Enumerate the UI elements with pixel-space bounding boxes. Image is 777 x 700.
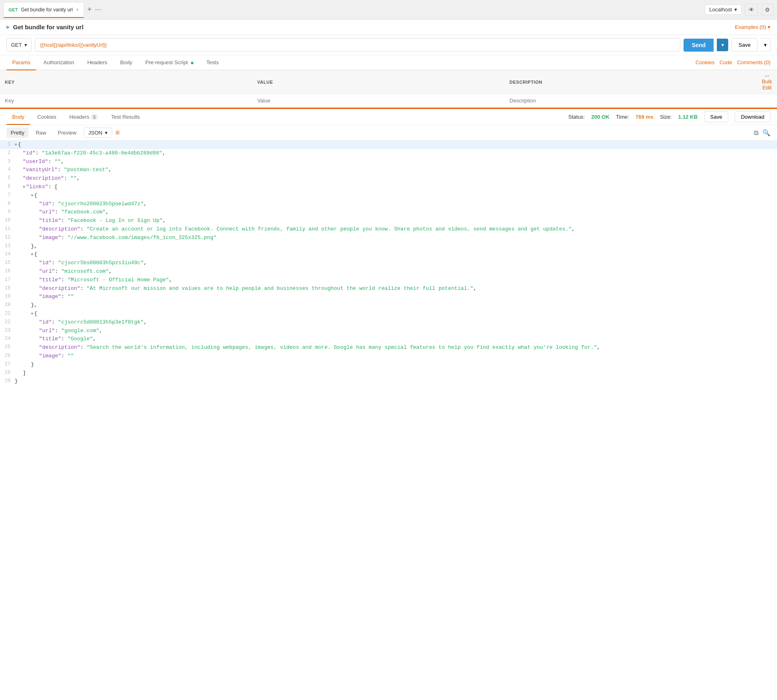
- settings-icon-button[interactable]: ⚙: [761, 4, 774, 16]
- key-input[interactable]: [5, 98, 247, 104]
- value-input[interactable]: [257, 98, 500, 104]
- send-dropdown-button[interactable]: ▾: [717, 39, 728, 51]
- json-line: 13 },: [0, 242, 777, 251]
- request-tab[interactable]: GET Get bundle for vanity url ×: [3, 2, 84, 17]
- json-line: 6 ▼"links": [: [0, 183, 777, 191]
- cookies-link[interactable]: Cookies: [696, 59, 715, 65]
- collapse-icon[interactable]: ▼: [31, 252, 33, 257]
- copy-icon-button[interactable]: ⧉: [754, 129, 758, 137]
- tab-prerequest[interactable]: Pre-request Script: [139, 55, 199, 70]
- save-response-button[interactable]: Save: [704, 111, 729, 122]
- size-label: Size:: [660, 114, 672, 120]
- params-table: KEY VALUE DESCRIPTION ··· Bulk Edit: [0, 70, 777, 107]
- description-column-header: DESCRIPTION: [505, 70, 757, 94]
- chevron-down-icon: ▾: [105, 130, 108, 136]
- json-line: 18 "description": "At Microsoft our miss…: [0, 285, 777, 293]
- json-format-selector[interactable]: JSON ▾: [84, 128, 112, 138]
- json-line: 10 "title": "Facebook - Log In or Sign U…: [0, 217, 777, 225]
- method-badge: GET: [9, 7, 18, 12]
- resp-tab-cookies[interactable]: Cookies: [32, 110, 62, 125]
- response-status-bar: Status: 200 OK Time: 769 ms Size: 1.12 K…: [562, 109, 777, 125]
- tab-params[interactable]: Params: [7, 55, 36, 70]
- param-row-empty: [0, 94, 777, 107]
- resp-tab-testresults[interactable]: Test Results: [105, 110, 145, 125]
- examples-label: Examples (0): [735, 24, 766, 30]
- collapse-icon[interactable]: ▼: [31, 193, 33, 198]
- bulk-edit-button[interactable]: Bulk Edit: [762, 78, 772, 91]
- json-line: 7 ▼{: [0, 191, 777, 200]
- json-line: 21 ▼{: [0, 310, 777, 318]
- environment-selector[interactable]: Localhost ▾: [705, 4, 742, 15]
- examples-link[interactable]: Examples (0) ▾: [735, 24, 770, 30]
- json-line: 1 ▼{: [0, 141, 777, 149]
- format-preview-tab[interactable]: Preview: [54, 128, 80, 138]
- request-name-label: Get bundle for vanity url: [13, 24, 83, 30]
- method-label: GET: [11, 42, 22, 48]
- tab-headers[interactable]: Headers: [82, 55, 113, 70]
- code-link[interactable]: Code: [720, 59, 732, 65]
- top-right-actions: Localhost ▾ 👁 ⚙: [705, 4, 774, 16]
- json-line: 17 "title": "Microsoft - Official Home P…: [0, 276, 777, 285]
- json-line: 27 }: [0, 361, 777, 369]
- format-pretty-tab[interactable]: Pretty: [7, 128, 28, 138]
- json-line: 25 "description": "Search the world's in…: [0, 343, 777, 352]
- time-label: Time:: [616, 114, 629, 120]
- response-tabs: Body Cookies Headers 5 Test Results: [0, 110, 562, 124]
- tab-authorization[interactable]: Authorization: [38, 55, 80, 70]
- json-line: 11 "description": "Create an account or …: [0, 225, 777, 234]
- actions-column-header: ··· Bulk Edit: [757, 70, 777, 94]
- tab-actions: + ···: [87, 5, 101, 14]
- response-section: Body Cookies Headers 5 Test Results Stat…: [0, 108, 777, 386]
- json-line: 3 "userId": "",: [0, 158, 777, 166]
- json-line: 22 "id": "cjsorrc5d00013h5p3e1f8tgk",: [0, 318, 777, 327]
- new-tab-button[interactable]: +: [87, 5, 92, 14]
- tab-close-button[interactable]: ×: [76, 7, 79, 13]
- resp-tab-headers[interactable]: Headers 5: [64, 110, 104, 125]
- json-line: 4 "vanityUrl": "postman-test",: [0, 166, 777, 174]
- save-dropdown-button[interactable]: ▾: [761, 38, 770, 52]
- json-line: 19 "image": "": [0, 293, 777, 301]
- json-line: 12 "image": "//www.facebook.com/images/f…: [0, 234, 777, 242]
- params-panel: KEY VALUE DESCRIPTION ··· Bulk Edit: [0, 70, 777, 107]
- response-header: Body Cookies Headers 5 Test Results Stat…: [0, 109, 777, 125]
- wrap-icon[interactable]: ≡: [115, 128, 120, 137]
- eye-icon-button[interactable]: 👁: [745, 4, 758, 16]
- key-column-header: KEY: [0, 70, 252, 94]
- collapse-icon[interactable]: ▼: [15, 143, 17, 147]
- chevron-down-icon: ▾: [24, 42, 27, 48]
- method-selector[interactable]: GET ▾: [7, 38, 32, 52]
- send-button[interactable]: Send: [684, 39, 714, 52]
- chevron-down-icon: ▾: [768, 24, 770, 30]
- json-line: 15 "id": "cjsorr5bs00003h5pzs3iu49c",: [0, 259, 777, 267]
- tab-tests[interactable]: Tests: [201, 55, 224, 70]
- status-label: Status:: [569, 114, 585, 120]
- json-line: 20 },: [0, 301, 777, 310]
- json-line: 16 "url": "microsoft.com",: [0, 267, 777, 276]
- resp-tab-body[interactable]: Body: [7, 110, 30, 125]
- tab-body[interactable]: Body: [115, 55, 138, 70]
- save-button[interactable]: Save: [731, 38, 757, 52]
- json-line: 29 }: [0, 377, 777, 386]
- env-label: Localhost: [709, 7, 732, 13]
- size-value: 1.12 KB: [678, 114, 698, 120]
- json-line: 28 ]: [0, 369, 777, 378]
- more-tabs-button[interactable]: ···: [95, 5, 101, 14]
- download-response-button[interactable]: Download: [735, 111, 770, 122]
- search-icon-button[interactable]: 🔍: [762, 129, 770, 137]
- more-icon: ···: [765, 74, 769, 78]
- json-line: 9 "url": "facebook.com",: [0, 208, 777, 217]
- format-label: JSON: [88, 130, 102, 136]
- format-raw-tab[interactable]: Raw: [32, 128, 50, 138]
- format-right-actions: ⧉ 🔍: [754, 129, 770, 137]
- comments-link[interactable]: Comments (0): [737, 59, 770, 65]
- json-viewer: 1 ▼{ 2 "id": "1a3e87aa-f220-45c3-a480-0e…: [0, 141, 777, 386]
- json-line: 23 "url": "google.com",: [0, 327, 777, 335]
- description-input[interactable]: [510, 98, 752, 104]
- json-line: 2 "id": "1a3e87aa-f220-45c3-a480-0e4dbb2…: [0, 149, 777, 158]
- json-line: 8 "id": "cjsorrho200023h5poelwd47z",: [0, 200, 777, 209]
- format-bar: Pretty Raw Preview JSON ▾ ≡ ⧉ 🔍: [0, 125, 777, 141]
- url-input[interactable]: [35, 38, 680, 52]
- json-line: 24 "title": "Google",: [0, 335, 777, 343]
- collapse-icon[interactable]: ▼: [31, 312, 33, 316]
- collapse-icon[interactable]: ▼: [23, 185, 25, 189]
